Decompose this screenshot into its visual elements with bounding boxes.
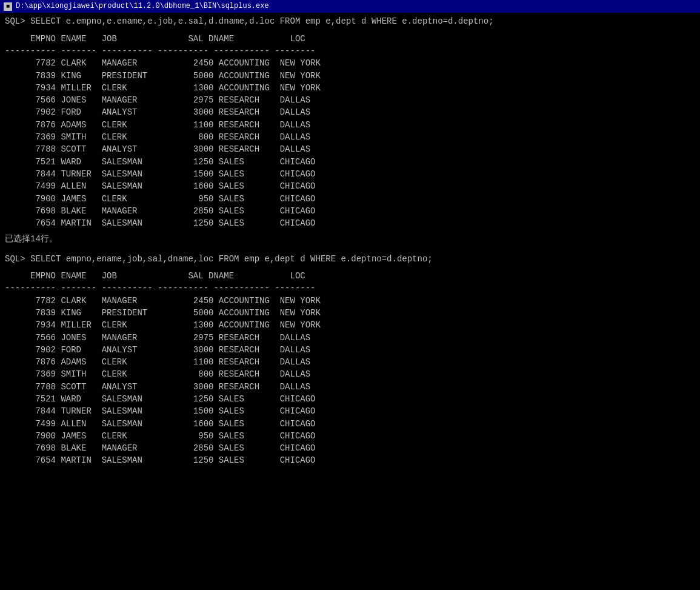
status1: 已选择14行。 (5, 233, 695, 245)
table-row: 7499 ALLEN SALESMAN 1600 SALES CHICAGO (5, 418, 695, 430)
table-row: 7934 MILLER CLERK 1300 ACCOUNTING NEW YO… (5, 82, 695, 94)
table-row: 7934 MILLER CLERK 1300 ACCOUNTING NEW YO… (5, 319, 695, 331)
result2-separator: ---------- ------- ---------- ----------… (5, 282, 695, 294)
table-row: 7839 KING PRESIDENT 5000 ACCOUNTING NEW … (5, 70, 695, 82)
table-row: 7521 WARD SALESMAN 1250 SALES CHICAGO (5, 156, 695, 168)
title-bar: ■ D:\app\xiongjiawei\product\11.2.0\dbho… (0, 0, 700, 13)
result2-headers: EMPNO ENAME JOB SAL DNAME LOC (5, 270, 695, 282)
table-row: 7698 BLAKE MANAGER 2850 SALES CHICAGO (5, 442, 695, 454)
table-row: 7782 CLARK MANAGER 2450 ACCOUNTING NEW Y… (5, 295, 695, 307)
query1-sql: SQL> SELECT e.empno,e.ename,e.job,e.sal,… (5, 15, 695, 27)
window-icon: ■ (4, 2, 12, 11)
result1-separator: ---------- ------- ---------- ----------… (5, 45, 695, 57)
table-row: 7654 MARTIN SALESMAN 1250 SALES CHICAGO (5, 217, 695, 229)
table-row: 7900 JAMES CLERK 950 SALES CHICAGO (5, 430, 695, 442)
table-row: 7876 ADAMS CLERK 1100 RESEARCH DALLAS (5, 356, 695, 368)
result1-headers: EMPNO ENAME JOB SAL DNAME LOC (5, 33, 695, 45)
table-row: 7654 MARTIN SALESMAN 1250 SALES CHICAGO (5, 454, 695, 466)
table-row: 7566 JONES MANAGER 2975 RESEARCH DALLAS (5, 332, 695, 344)
table-row: 7788 SCOTT ANALYST 3000 RESEARCH DALLAS (5, 381, 695, 393)
table-row: 7844 TURNER SALESMAN 1500 SALES CHICAGO (5, 168, 695, 180)
query1-section: SQL> SELECT e.empno,e.ename,e.job,e.sal,… (5, 15, 695, 245)
result2-rows: 7782 CLARK MANAGER 2450 ACCOUNTING NEW Y… (5, 295, 695, 467)
table-row: 7782 CLARK MANAGER 2450 ACCOUNTING NEW Y… (5, 57, 695, 69)
table-row: 7698 BLAKE MANAGER 2850 SALES CHICAGO (5, 205, 695, 217)
terminal-window[interactable]: SQL> SELECT e.empno,e.ename,e.job,e.sal,… (0, 13, 700, 470)
table-row: 7788 SCOTT ANALYST 3000 RESEARCH DALLAS (5, 143, 695, 155)
query2-sql: SQL> SELECT empno,ename,job,sal,dname,lo… (5, 253, 695, 265)
table-row: 7900 JAMES CLERK 950 SALES CHICAGO (5, 193, 695, 205)
query2-section: SQL> SELECT empno,ename,job,sal,dname,lo… (5, 253, 695, 467)
table-row: 7499 ALLEN SALESMAN 1600 SALES CHICAGO (5, 180, 695, 192)
table-row: 7521 WARD SALESMAN 1250 SALES CHICAGO (5, 393, 695, 405)
table-row: 7876 ADAMS CLERK 1100 RESEARCH DALLAS (5, 119, 695, 131)
result1-rows: 7782 CLARK MANAGER 2450 ACCOUNTING NEW Y… (5, 57, 695, 229)
table-row: 7844 TURNER SALESMAN 1500 SALES CHICAGO (5, 405, 695, 417)
table-row: 7902 FORD ANALYST 3000 RESEARCH DALLAS (5, 344, 695, 356)
table-row: 7369 SMITH CLERK 800 RESEARCH DALLAS (5, 131, 695, 143)
table-row: 7902 FORD ANALYST 3000 RESEARCH DALLAS (5, 106, 695, 118)
table-row: 7566 JONES MANAGER 2975 RESEARCH DALLAS (5, 94, 695, 106)
table-row: 7369 SMITH CLERK 800 RESEARCH DALLAS (5, 368, 695, 380)
title-path: D:\app\xiongjiawei\product\11.2.0\dbhome… (16, 1, 269, 12)
table-row: 7839 KING PRESIDENT 5000 ACCOUNTING NEW … (5, 307, 695, 319)
